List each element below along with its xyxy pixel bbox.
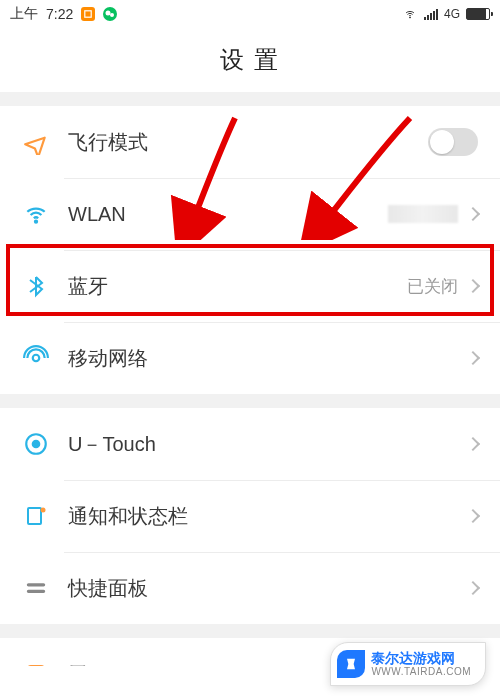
svg-point-4 <box>35 221 37 223</box>
watermark: 泰尔达游戏网 WWW.TAIRDA.COM <box>330 642 486 686</box>
settings-group-connectivity: 飞行模式 WLAN 蓝牙 已关闭 移动网络 <box>0 106 500 394</box>
status-right: 4G <box>402 7 490 21</box>
row-label: 通知和状态栏 <box>68 503 468 530</box>
watermark-url: WWW.TAIRDA.COM <box>371 666 471 677</box>
airplane-toggle[interactable] <box>428 128 478 156</box>
bluetooth-status: 已关闭 <box>407 275 458 298</box>
watermark-brand: 泰尔达游戏网 <box>371 651 471 666</box>
battery-icon <box>466 8 490 20</box>
settings-group-system: U－Touch 通知和状态栏 快捷面板 <box>0 408 500 624</box>
svg-point-3 <box>409 17 410 18</box>
chevron-right-icon <box>466 509 480 523</box>
signal-bars-icon <box>424 8 438 20</box>
row-wlan[interactable]: WLAN <box>0 178 500 250</box>
row-quick-panel[interactable]: 快捷面板 <box>0 552 500 624</box>
notification-icon <box>22 502 50 530</box>
svg-point-2 <box>110 13 114 17</box>
time: 7:22 <box>46 6 73 22</box>
chevron-right-icon <box>466 581 480 595</box>
app-badge-icon <box>81 7 95 21</box>
row-label: 飞行模式 <box>68 129 428 156</box>
svg-point-9 <box>41 508 46 513</box>
chevron-right-icon <box>466 351 480 365</box>
airplane-icon <box>22 128 50 156</box>
mobile-data-icon <box>22 344 50 372</box>
row-label: 移动网络 <box>68 345 468 372</box>
status-bar: 上午 7:22 4G <box>0 0 500 28</box>
quickpanel-icon <box>22 574 50 602</box>
network-label: 4G <box>444 7 460 21</box>
page-title: 设 置 <box>0 28 500 92</box>
utouch-icon <box>22 430 50 458</box>
group-separator <box>0 92 500 106</box>
wechat-icon <box>103 7 117 21</box>
watermark-logo-icon <box>337 650 365 678</box>
svg-rect-8 <box>28 508 41 524</box>
row-label: WLAN <box>68 203 388 226</box>
row-utouch[interactable]: U－Touch <box>0 408 500 480</box>
bluetooth-icon <box>22 272 50 300</box>
unknown-icon <box>22 660 50 666</box>
wlan-icon <box>22 200 50 228</box>
wifi-status-icon <box>402 8 418 20</box>
wlan-value-blurred <box>388 205 458 223</box>
row-bluetooth[interactable]: 蓝牙 已关闭 <box>0 250 500 322</box>
row-label: 快捷面板 <box>68 575 468 602</box>
row-label: 蓝牙 <box>68 273 407 300</box>
time-prefix: 上午 <box>10 5 38 23</box>
row-mobile-network[interactable]: 移动网络 <box>0 322 500 394</box>
chevron-right-icon <box>466 279 480 293</box>
svg-rect-0 <box>85 11 91 17</box>
svg-point-1 <box>106 11 111 16</box>
chevron-right-icon <box>466 437 480 451</box>
row-airplane-mode[interactable]: 飞行模式 <box>0 106 500 178</box>
row-notifications[interactable]: 通知和状态栏 <box>0 480 500 552</box>
group-separator <box>0 394 500 408</box>
row-label: U－Touch <box>68 431 468 458</box>
chevron-right-icon <box>466 207 480 221</box>
svg-point-5 <box>33 355 40 362</box>
group-separator <box>0 624 500 638</box>
status-left: 上午 7:22 <box>10 5 117 23</box>
svg-point-7 <box>33 441 40 448</box>
